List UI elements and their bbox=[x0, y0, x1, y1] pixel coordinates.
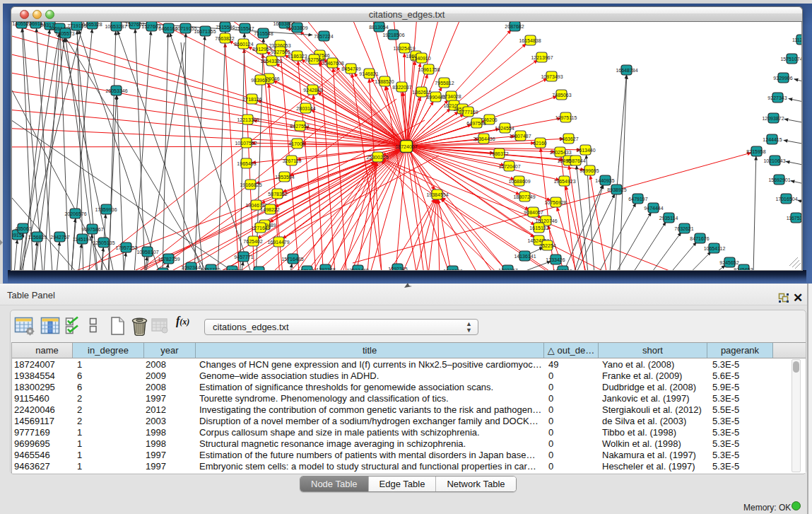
svg-text:12213967: 12213967 bbox=[531, 55, 553, 60]
svg-text:8471676: 8471676 bbox=[690, 236, 709, 241]
svg-text:25300275: 25300275 bbox=[366, 155, 388, 160]
svg-text:8938925: 8938925 bbox=[607, 187, 626, 192]
svg-text:8322037: 8322037 bbox=[392, 85, 411, 90]
svg-text:9329906: 9329906 bbox=[773, 76, 792, 81]
svg-text:1167533: 1167533 bbox=[787, 216, 801, 221]
svg-text:7663822: 7663822 bbox=[215, 36, 234, 41]
svg-text:14136141: 14136141 bbox=[514, 254, 536, 259]
svg-text:7986372: 7986372 bbox=[489, 151, 508, 156]
svg-text:16782759: 16782759 bbox=[158, 257, 180, 262]
svg-text:10653287: 10653287 bbox=[105, 24, 126, 29]
svg-text:12923448: 12923448 bbox=[346, 268, 368, 271]
svg-text:10210643: 10210643 bbox=[763, 158, 785, 163]
svg-text:9474444: 9474444 bbox=[644, 206, 663, 211]
svg-text:2942757: 2942757 bbox=[50, 235, 69, 240]
svg-text:9242848: 9242848 bbox=[303, 88, 322, 93]
svg-text:9245652: 9245652 bbox=[719, 260, 739, 265]
svg-text:9463627: 9463627 bbox=[559, 136, 578, 141]
svg-text:7515548: 7515548 bbox=[254, 31, 273, 36]
svg-text:12213369: 12213369 bbox=[237, 117, 259, 122]
svg-text:1965493: 1965493 bbox=[237, 161, 256, 166]
svg-text:9227343: 9227343 bbox=[767, 95, 787, 100]
svg-text:1292347: 1292347 bbox=[498, 268, 517, 271]
svg-text:9084067: 9084067 bbox=[524, 210, 543, 215]
svg-text:2087682: 2087682 bbox=[505, 24, 524, 29]
svg-text:1292349: 1292349 bbox=[553, 269, 572, 271]
svg-text:10756928: 10756928 bbox=[544, 200, 566, 205]
svg-text:10973493: 10973493 bbox=[541, 74, 563, 79]
svg-text:17957253: 17957253 bbox=[115, 245, 137, 250]
svg-text:19218506: 19218506 bbox=[382, 33, 404, 37]
svg-text:9777169: 9777169 bbox=[459, 110, 478, 115]
svg-text:15692901: 15692901 bbox=[768, 177, 790, 182]
svg-text:252254: 252254 bbox=[539, 243, 555, 248]
svg-text:162534: 162534 bbox=[250, 269, 266, 271]
svg-text:20364436: 20364436 bbox=[473, 136, 495, 141]
svg-text:9734028: 9734028 bbox=[442, 94, 461, 99]
svg-text:1092344: 1092344 bbox=[181, 265, 200, 270]
svg-text:19384554: 19384554 bbox=[426, 192, 448, 197]
svg-text:1440935: 1440935 bbox=[595, 178, 614, 183]
svg-text:8215958: 8215958 bbox=[746, 149, 765, 154]
svg-text:19166825: 19166825 bbox=[240, 182, 261, 187]
svg-text:1571640: 1571640 bbox=[298, 269, 317, 271]
svg-text:15751074: 15751074 bbox=[780, 57, 801, 62]
svg-text:1498222: 1498222 bbox=[260, 207, 279, 212]
svg-text:16671355: 16671355 bbox=[194, 29, 216, 34]
svg-text:1615132: 1615132 bbox=[529, 226, 548, 230]
svg-text:1065328: 1065328 bbox=[83, 22, 102, 27]
svg-text:15720407: 15720407 bbox=[498, 164, 520, 169]
svg-text:8427552: 8427552 bbox=[290, 124, 309, 129]
svg-text:10688609: 10688609 bbox=[508, 179, 530, 184]
svg-text:15716485: 15716485 bbox=[281, 257, 303, 262]
svg-text:16914479: 16914479 bbox=[267, 240, 289, 245]
svg-text:1733426: 1733426 bbox=[546, 257, 565, 262]
svg-text:10807487: 10807487 bbox=[509, 134, 531, 139]
svg-text:62160: 62160 bbox=[533, 141, 547, 146]
svg-text:10107552: 10107552 bbox=[235, 141, 257, 146]
svg-text:9839612: 9839612 bbox=[251, 78, 270, 83]
svg-text:1292348: 1292348 bbox=[316, 267, 335, 271]
svg-text:7485063: 7485063 bbox=[552, 93, 571, 98]
svg-text:1112843: 1112843 bbox=[792, 37, 801, 42]
svg-text:10958107: 10958107 bbox=[136, 250, 158, 255]
svg-text:417006: 417006 bbox=[288, 141, 305, 146]
svg-text:10025433: 10025433 bbox=[549, 150, 571, 155]
svg-text:17359936: 17359936 bbox=[95, 207, 117, 212]
svg-text:8454749: 8454749 bbox=[341, 66, 360, 71]
svg-text:17016504: 17016504 bbox=[775, 197, 797, 201]
svg-text:19654923: 19654923 bbox=[553, 179, 575, 184]
svg-text:9613440: 9613440 bbox=[576, 148, 595, 153]
svg-text:5878352: 5878352 bbox=[268, 192, 287, 197]
svg-text:1292346: 1292346 bbox=[443, 269, 462, 271]
svg-text:6479197: 6479197 bbox=[628, 197, 647, 201]
svg-text:2935114: 2935114 bbox=[659, 216, 678, 221]
svg-text:18807249: 18807249 bbox=[513, 194, 535, 199]
svg-text:12093872: 12093872 bbox=[762, 116, 784, 121]
svg-text:1340910: 1340910 bbox=[411, 56, 430, 61]
svg-text:1388520: 1388520 bbox=[375, 79, 394, 84]
svg-text:7625402: 7625402 bbox=[243, 239, 262, 244]
svg-text:2718126: 2718126 bbox=[242, 97, 261, 102]
svg-text:1362615: 1362615 bbox=[412, 90, 431, 95]
svg-text:9146821: 9146821 bbox=[359, 71, 378, 76]
svg-text:1292345: 1292345 bbox=[388, 267, 407, 271]
svg-text:12975115: 12975115 bbox=[555, 115, 577, 120]
svg-text:8813054: 8813054 bbox=[369, 25, 388, 30]
svg-text:10961758: 10961758 bbox=[418, 67, 440, 72]
svg-text:1271649: 1271649 bbox=[251, 226, 270, 230]
svg-text:9587644: 9587644 bbox=[566, 158, 585, 163]
svg-text:16543382: 16543382 bbox=[260, 59, 282, 64]
svg-text:9457770: 9457770 bbox=[201, 267, 220, 271]
svg-text:9457771: 9457771 bbox=[234, 255, 253, 259]
svg-text:90975867: 90975867 bbox=[81, 227, 103, 232]
svg-text:1156829: 1156829 bbox=[28, 235, 47, 240]
svg-text:16648784: 16648784 bbox=[616, 68, 637, 73]
svg-text:435061: 435061 bbox=[15, 226, 31, 231]
svg-text:3267110: 3267110 bbox=[283, 158, 302, 163]
svg-text:1024554: 1024554 bbox=[495, 126, 514, 131]
svg-text:9457772: 9457772 bbox=[223, 269, 242, 271]
svg-text:1244415: 1244415 bbox=[763, 137, 782, 142]
svg-text:16154838: 16154838 bbox=[519, 38, 541, 43]
svg-text:7515547: 7515547 bbox=[235, 26, 254, 31]
